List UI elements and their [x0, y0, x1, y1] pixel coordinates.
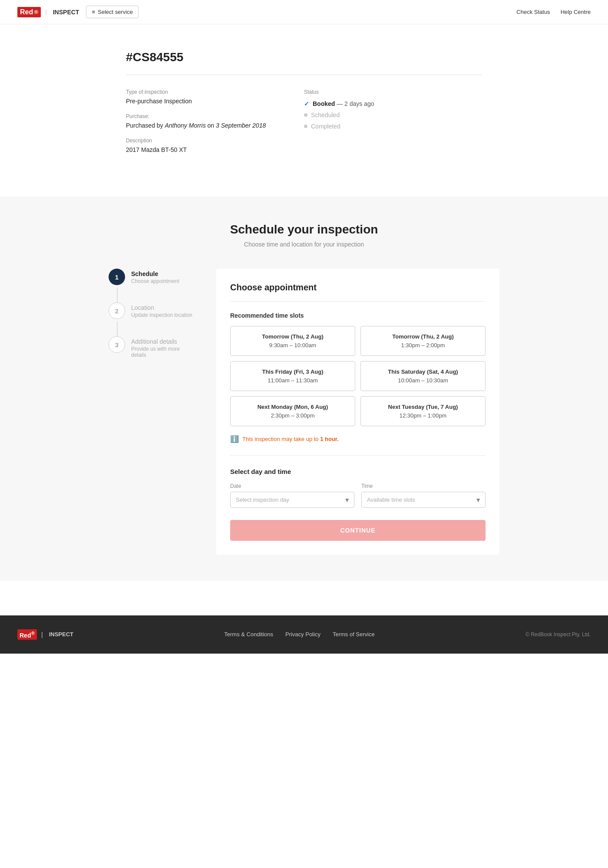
- logo-red-badge: Red®: [17, 7, 41, 17]
- logo-red-text: Red: [20, 8, 33, 16]
- check-status-link[interactable]: Check Status: [516, 9, 550, 15]
- description-value: 2017 Mazda BT-50 XT: [126, 146, 304, 153]
- type-value: Pre-purchase Inspection: [126, 98, 304, 105]
- header-right: Check Status Help Centre: [516, 9, 591, 15]
- help-centre-link[interactable]: Help Centre: [561, 9, 591, 15]
- slot-3[interactable]: This Friday (Fri, 3 Aug) 11:00am – 11:30…: [230, 361, 355, 391]
- logo-inspect-text: INSPECT: [53, 9, 79, 16]
- status-booked-item: ✓ Booked — 2 days ago: [304, 100, 482, 107]
- slots-grid: Tomorrow (Thu, 2 Aug) 9:30am – 10:00am T…: [230, 326, 486, 426]
- purchase-value: Purchased by Anthony Morris on 3 Septemb…: [126, 122, 304, 129]
- header-left: Red® | INSPECT ≡ Select service: [17, 6, 139, 18]
- slot-2-time: 1:30pm – 2:00pm: [366, 341, 480, 350]
- date-label: Date: [230, 483, 354, 489]
- logo-divider: |: [45, 9, 47, 16]
- step-3-desc: Provide us with more details: [131, 346, 195, 358]
- appointment-panel: Choose appointment Recommended time slot…: [216, 269, 499, 555]
- slot-5-day: Next Monday (Mon, 6 Aug): [236, 403, 350, 411]
- step-2-circle: 2: [109, 302, 125, 319]
- check-icon: ✓: [304, 100, 309, 107]
- status-completed-item: Completed: [304, 123, 482, 130]
- type-section: Type of inspection Pre-purchase Inspecti…: [126, 89, 304, 113]
- steps-container: 1 Schedule Choose appointment 2 Location…: [109, 269, 499, 555]
- header: Red® | INSPECT ≡ Select service Check St…: [0, 0, 608, 24]
- step-2-text: Location Update inspection location: [131, 302, 192, 318]
- case-id: #CS84555: [126, 50, 482, 64]
- date-select[interactable]: Select inspection day: [230, 492, 354, 508]
- info-left: Type of inspection Pre-purchase Inspecti…: [126, 89, 304, 162]
- info-grid: Type of inspection Pre-purchase Inspecti…: [126, 89, 482, 162]
- main-divider: [126, 75, 482, 75]
- select-service-button[interactable]: ≡ Select service: [86, 6, 139, 18]
- type-label: Type of inspection: [126, 89, 304, 95]
- slot-2-day: Tomorrow (Thu, 2 Aug): [366, 332, 480, 341]
- slot-1-day: Tomorrow (Thu, 2 Aug): [236, 332, 350, 341]
- slot-5[interactable]: Next Monday (Mon, 6 Aug) 2:30pm – 3:00pm: [230, 396, 355, 426]
- status-booked-text: Booked — 2 days ago: [313, 100, 374, 107]
- panel-divider: [230, 455, 486, 456]
- slot-4[interactable]: This Saturday (Sat, 4 Aug) 10:00am – 10:…: [360, 361, 486, 391]
- step-3-name: Additional details: [131, 338, 195, 345]
- completed-dot: [304, 125, 307, 128]
- select-service-label: Select service: [98, 9, 133, 15]
- scheduled-dot: [304, 113, 307, 117]
- time-slots-label: Recommended time slots: [230, 312, 486, 319]
- description-section: Description 2017 Mazda BT-50 XT: [126, 138, 304, 162]
- step-2-desc: Update inspection location: [131, 312, 192, 318]
- privacy-policy-link[interactable]: Privacy Policy: [285, 631, 321, 638]
- step-2-name: Location: [131, 304, 192, 311]
- status-scheduled-item: Scheduled: [304, 112, 482, 118]
- notice-icon: ℹ️: [230, 435, 239, 443]
- menu-icon: ≡: [92, 9, 95, 15]
- slot-1-time: 9:30am – 10:00am: [236, 341, 350, 350]
- slot-5-time: 2:30pm – 3:00pm: [236, 411, 350, 420]
- continue-button[interactable]: CONTINUE: [230, 520, 486, 541]
- footer-book-icon: ®: [31, 630, 35, 636]
- status-label: Status: [304, 89, 482, 95]
- footer-links: Terms & Conditions Privacy Policy Terms …: [224, 631, 374, 638]
- slot-3-time: 11:00am – 11:30am: [236, 376, 350, 385]
- time-select[interactable]: Available time slots: [361, 492, 486, 508]
- status-booked-time: — 2 days ago: [337, 100, 374, 107]
- footer-logo-red: Red®: [17, 629, 37, 640]
- time-label: Time: [361, 483, 486, 489]
- datetime-row: Date Select inspection day ▼ Time Av: [230, 483, 486, 508]
- slot-6[interactable]: Next Tuesday (Tue, 7 Aug) 12:30pm – 1:00…: [360, 396, 486, 426]
- slot-2[interactable]: Tomorrow (Thu, 2 Aug) 1:30pm – 2:00pm: [360, 326, 486, 356]
- terms-service-link[interactable]: Terms of Service: [333, 631, 375, 638]
- slot-4-day: This Saturday (Sat, 4 Aug): [366, 368, 480, 376]
- slot-6-day: Next Tuesday (Tue, 7 Aug): [366, 403, 480, 411]
- logo-book-icon: ®: [34, 9, 38, 15]
- step-2: 2 Location Update inspection location: [109, 302, 195, 319]
- slot-1[interactable]: Tomorrow (Thu, 2 Aug) 9:30am – 10:00am: [230, 326, 355, 356]
- date-select-wrapper: Select inspection day ▼: [230, 492, 354, 508]
- footer-divider: |: [41, 631, 43, 638]
- step-2-block: 2 Location Update inspection location: [109, 302, 195, 336]
- purchase-label: Purchase:: [126, 113, 304, 119]
- status-completed-text: Completed: [311, 123, 340, 130]
- info-notice: ℹ️This inspection may take up to 1 hour.: [230, 435, 486, 443]
- main-content: #CS84555 Type of inspection Pre-purchase…: [109, 24, 499, 197]
- step-3-block: 3 Additional details Provide us with mor…: [109, 336, 195, 358]
- time-field-group: Time Available time slots ▼: [361, 483, 486, 508]
- slot-3-day: This Friday (Fri, 3 Aug): [236, 368, 350, 376]
- footer: Red® | INSPECT Terms & Conditions Privac…: [0, 615, 608, 654]
- slot-6-time: 12:30pm – 1:00pm: [366, 411, 480, 420]
- schedule-title: Schedule your inspection: [109, 223, 499, 237]
- footer-logo: Red® | INSPECT: [17, 629, 73, 640]
- footer-copyright: © RedBook Inspect Pty. Ltd.: [525, 631, 591, 638]
- time-select-wrapper: Available time slots ▼: [361, 492, 486, 508]
- slot-4-time: 10:00am – 10:30am: [366, 376, 480, 385]
- appt-divider: [230, 301, 486, 302]
- appointment-title: Choose appointment: [230, 283, 486, 293]
- step-1-name: Schedule: [131, 270, 179, 277]
- select-datetime-label: Select day and time: [230, 468, 486, 475]
- status-scheduled-text: Scheduled: [311, 112, 340, 118]
- logo[interactable]: Red® | INSPECT: [17, 7, 79, 17]
- description-label: Description: [126, 138, 304, 144]
- terms-conditions-link[interactable]: Terms & Conditions: [224, 631, 273, 638]
- status-section: Status ✓ Booked — 2 days ago Scheduled C…: [304, 89, 482, 162]
- date-field-group: Date Select inspection day ▼: [230, 483, 354, 508]
- step-1-circle: 1: [109, 269, 125, 285]
- footer-logo-inspect: INSPECT: [49, 631, 73, 638]
